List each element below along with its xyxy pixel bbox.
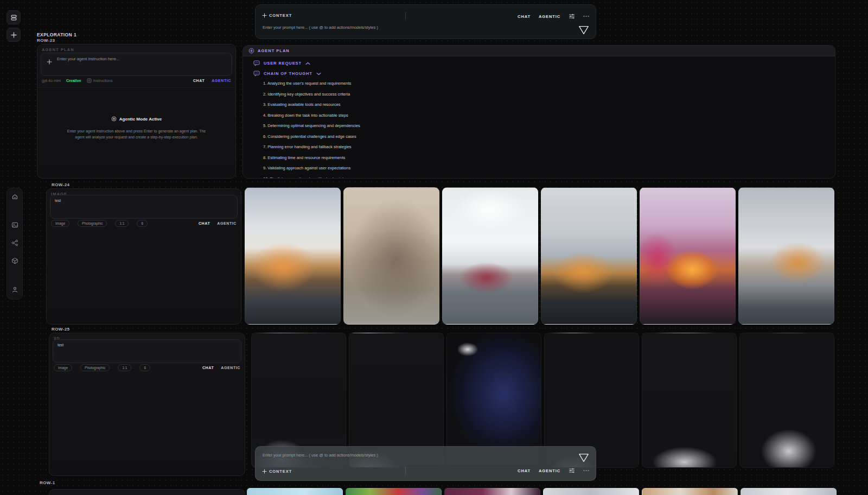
thumbnail-5[interactable] [642,488,738,495]
divider [405,12,406,20]
agent-plan-panel: AGENT PLAN USER REQUEST CHAIN OF THOUGHT… [242,45,835,179]
agent-plan-card: AGENT PLAN Enter your agent instruction … [37,44,236,179]
prompt-input[interactable]: Enter your prompt here... ( use @ to add… [263,453,378,458]
agent-badge-icon [111,116,117,122]
prompt-input[interactable]: Enter your prompt here... ( use @ to add… [263,25,378,30]
generated-image-2[interactable] [343,187,439,325]
setting-pill-photographic[interactable]: Photographic [80,364,110,371]
plus-icon[interactable] [47,59,52,65]
setting-pill-image[interactable]: Image [54,364,72,371]
user-request-label: USER REQUEST [264,61,302,66]
chat-toggle[interactable]: CHAT [199,221,210,225]
home-icon[interactable] [11,193,18,200]
divider [37,87,235,88]
context-button[interactable]: CONTEXT [262,469,292,474]
chain-of-thought-step: 4. Breaking down the task into actionabl… [263,110,824,121]
layers-icon [10,14,17,21]
setting-pill-6[interactable]: 6 [137,220,148,227]
generated-image-3[interactable] [442,187,538,325]
setting-pill-image[interactable]: Image [51,220,69,227]
context-label: CONTEXT [269,13,292,18]
exploration-title: EXPLORATION 1 [37,32,76,37]
prompt-text-value: test [55,199,61,202]
mode-title: Agentic Mode Active [119,117,162,122]
chain-of-thought-steps: 1. Analyzing the user's request and requ… [263,78,824,179]
generated-image-6[interactable] [738,187,834,325]
plus-icon [10,31,17,39]
send-button[interactable] [578,453,590,463]
chain-of-thought-label: CHAIN OF THOUGHT [264,71,312,76]
generated-image-4[interactable] [541,187,637,325]
image-icon[interactable] [11,221,18,229]
render-3d-5[interactable] [642,333,737,468]
send-button[interactable] [578,25,590,35]
setting-pill-6[interactable]: 6 [139,364,150,371]
style-selector[interactable]: Creative [66,79,81,82]
agentic-toggle[interactable]: AGENTIC [539,14,560,19]
agentic-toggle[interactable]: AGENTIC [221,366,240,370]
image-prompt-card: IMAGE test ImagePhotographic1:16 CHAT AG… [46,188,241,325]
chat-toggle[interactable]: CHAT [193,79,205,82]
prompt-text-value: test [58,343,63,347]
chat-toggle[interactable]: CHAT [518,14,531,19]
threed-prompt-card: 3D test ImagePhotographic1:16 CHAT AGENT… [49,333,245,476]
thumbnail-4[interactable] [543,488,639,495]
thumbnail-1[interactable] [247,488,343,495]
instructions-button[interactable]: Instructions [87,78,113,83]
chevron-down-icon [316,72,321,75]
agent-instruction-input[interactable]: Enter your agent instruction here... [41,53,232,76]
model-selector[interactable]: gpt-4o-mini [42,79,61,82]
render-3d-6[interactable] [739,333,834,468]
divider [405,467,406,475]
agentic-mode-notice: Agentic Mode Active Enter your agent ins… [37,114,235,140]
generated-image-1[interactable] [245,187,341,325]
chain-of-thought-section[interactable]: CHAIN OF THOUGHT [253,71,321,77]
agent-instruction-placeholder: Enter your agent instruction here... [57,56,119,61]
chain-of-thought-step: 2. Identifying key objectives and succes… [263,89,824,100]
more-options-icon[interactable] [583,469,589,472]
card-title: AGENT PLAN [42,47,74,52]
context-button[interactable]: CONTEXT [262,13,292,18]
cube-icon[interactable] [11,257,18,264]
canvas[interactable]: CONTEXT CHAT AGENTIC Enter your prompt h… [0,0,868,495]
chat-toggle[interactable]: CHAT [518,468,531,473]
context-label: CONTEXT [269,469,292,474]
chat-toggle[interactable]: CHAT [202,366,214,370]
generated-image-5[interactable] [640,187,736,325]
thumbnail-3[interactable] [444,488,540,495]
sliders-icon[interactable] [569,467,575,474]
row-label-23: ROW-23 [37,38,55,43]
instructions-icon [87,78,92,83]
chain-of-thought-step: 6. Considering potential challenges and … [263,131,824,142]
panel-title: AGENT PLAN [258,48,290,53]
mode-description: Enter your agent instruction above and p… [66,129,208,140]
prompt-text-input[interactable]: test [50,195,238,219]
chain-of-thought-step: 1. Analyzing the user's request and requ… [263,78,824,89]
agentic-toggle[interactable]: AGENTIC [539,468,560,473]
setting-pill-1-1[interactable]: 1:1 [118,364,131,371]
row-label-25: ROW-25 [52,327,69,332]
setting-pill-photographic[interactable]: Photographic [78,220,107,227]
agent-icon [248,48,254,54]
user-request-section[interactable]: USER REQUEST [253,60,310,66]
user-icon[interactable] [11,285,18,293]
prompt-text-input[interactable]: test [53,339,241,363]
chain-of-thought-step: 7. Planning error handling and fallback … [263,142,824,153]
share-icon[interactable] [11,239,18,246]
chain-of-thought-step: 8. Estimating time and resource requirem… [263,153,824,163]
row1-card [49,489,245,495]
more-options-icon[interactable] [583,15,589,17]
thumbnail-2[interactable] [346,488,442,495]
thumbnail-6[interactable] [741,488,837,495]
sidebar-nav [7,188,23,300]
chain-of-thought-step: 3. Evaluating available tools and resour… [263,99,824,110]
row-label-1: ROW-1 [40,480,55,485]
add-button[interactable] [7,28,21,42]
plus-icon [262,469,267,474]
setting-pill-1-1[interactable]: 1:1 [115,220,129,227]
agentic-toggle[interactable]: AGENTIC [217,221,237,225]
layers-button[interactable] [7,10,21,24]
sliders-icon[interactable] [569,13,575,20]
agentic-toggle[interactable]: AGENTIC [212,79,231,82]
top-prompt-bar: CONTEXT CHAT AGENTIC Enter your prompt h… [255,4,596,39]
